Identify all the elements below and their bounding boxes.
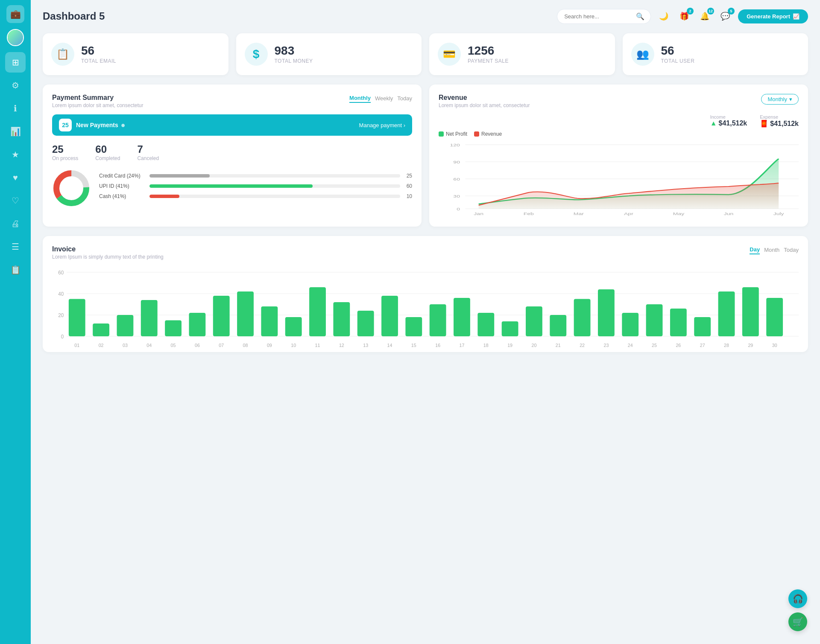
stat-card-money: $ 983 TOTAL MONEY [236, 33, 422, 75]
bar-08[interactable] [237, 291, 254, 336]
bar-25[interactable] [646, 304, 663, 336]
sidebar-item-heart2[interactable]: ♡ [5, 190, 26, 211]
svg-text:20: 20 [531, 343, 536, 348]
bar-11[interactable] [309, 287, 326, 336]
bar-16[interactable] [430, 304, 446, 336]
invoice-tab-month[interactable]: Month [764, 245, 779, 254]
sidebar-item-info[interactable]: ℹ [5, 98, 26, 119]
bar-05[interactable] [165, 321, 182, 337]
stat-info-email: 56 TOTAL EMAIL [81, 44, 116, 64]
bar-27[interactable] [694, 317, 711, 336]
dashboard-icon: ⊞ [12, 57, 19, 67]
print-icon: 🖨 [11, 219, 20, 229]
bar-03[interactable] [117, 315, 133, 336]
tab-today[interactable]: Today [397, 94, 412, 103]
bar-07[interactable] [213, 296, 230, 336]
bar-09[interactable] [261, 306, 278, 336]
bar-28[interactable] [718, 291, 735, 336]
bar-30[interactable] [766, 298, 783, 336]
payment-summary-panel: Payment Summary Lorem ipsum dolor sit am… [43, 85, 422, 227]
generate-report-button[interactable]: Generate Report 📈 [738, 9, 808, 23]
generate-report-label: Generate Report [747, 13, 790, 20]
sidebar-logo[interactable]: 💼 [6, 5, 24, 23]
search-bar[interactable]: 🔍 [557, 9, 651, 24]
upi-val: 60 [404, 183, 412, 189]
cash-bar [149, 195, 179, 198]
chevron-down-icon: ▾ [789, 96, 792, 102]
payment-summary-title: Payment Summary [52, 94, 143, 102]
sidebar-item-menu[interactable]: ☰ [5, 236, 26, 257]
expense-label: Expense [760, 114, 799, 119]
progress-item-creditcard: Credit Card (24%) 25 [99, 173, 412, 179]
bar-20[interactable] [526, 306, 542, 336]
svg-text:19: 19 [507, 343, 512, 348]
bell-button[interactable]: 🔔 12 [697, 9, 712, 24]
revenue-monthly-dropdown[interactable]: Monthly ▾ [761, 94, 799, 105]
star-icon: ★ [12, 149, 19, 160]
sidebar-avatar[interactable] [7, 29, 24, 46]
svg-text:0: 0 [61, 334, 64, 340]
bar-06[interactable] [189, 313, 205, 336]
income-value: $41,512k [719, 119, 747, 127]
fab-support[interactable]: 🎧 [788, 589, 807, 608]
invoice-tab-today[interactable]: Today [784, 245, 799, 254]
bar-21[interactable] [550, 315, 566, 336]
sidebar-item-heart1[interactable]: ♥ [5, 167, 26, 188]
fab-cart[interactable]: 🛒 [788, 612, 807, 631]
bar-22[interactable] [574, 299, 591, 337]
sidebar-item-print[interactable]: 🖨 [5, 213, 26, 234]
income-label: Income [710, 114, 747, 119]
svg-text:12: 12 [339, 343, 344, 348]
tab-weekly[interactable]: Weekly [375, 94, 393, 103]
svg-text:Jan: Jan [474, 212, 483, 216]
bar-19[interactable] [502, 321, 518, 336]
chat-button[interactable]: 💬 5 [718, 9, 733, 24]
search-input[interactable] [564, 13, 636, 20]
revenue-panel: Revenue Lorem ipsum dolor sit amet, cons… [429, 85, 808, 227]
bar-13[interactable] [357, 311, 374, 336]
bar-01[interactable] [69, 299, 85, 337]
tab-monthly[interactable]: Monthly [349, 94, 371, 103]
sidebar-item-settings[interactable]: ⚙ [5, 75, 26, 96]
payment-summary-title-group: Payment Summary Lorem ipsum dolor sit am… [52, 94, 143, 108]
sidebar-item-chart[interactable]: 📊 [5, 121, 26, 142]
legend-revenue: Revenue [474, 131, 502, 137]
bar-15[interactable] [405, 317, 422, 336]
bar-12[interactable] [333, 302, 350, 336]
dark-mode-toggle[interactable]: 🌙 [656, 9, 671, 24]
bar-02[interactable] [93, 323, 109, 336]
bar-18[interactable] [477, 313, 494, 336]
bar-04[interactable] [141, 300, 158, 336]
stat-completed: 60 Completed [95, 143, 120, 161]
gift-button[interactable]: 🎁 2 [676, 9, 692, 24]
revenue-legend: Net Profit Revenue [439, 131, 799, 137]
revenue-dot [474, 131, 479, 137]
svg-text:11: 11 [315, 343, 320, 348]
on-process-num: 25 [52, 143, 78, 155]
invoice-chart: 60 40 20 0 [52, 266, 799, 343]
invoice-tab-day[interactable]: Day [750, 245, 760, 254]
invoice-header: Invoice Lorem Ipsum is simply dummy text… [52, 245, 799, 260]
sidebar: 💼 ⊞ ⚙ ℹ 📊 ★ ♥ ♡ 🖨 ☰ 📋 [0, 0, 31, 644]
upi-bar [149, 184, 313, 188]
svg-text:07: 07 [219, 343, 224, 348]
sidebar-item-star[interactable]: ★ [5, 144, 26, 165]
sidebar-item-dashboard[interactable]: ⊞ [5, 52, 26, 73]
income-arrow-icon: ▲ [710, 119, 717, 127]
svg-text:Feb: Feb [524, 212, 534, 216]
svg-text:Apr: Apr [624, 212, 633, 216]
sidebar-item-list[interactable]: 📋 [5, 259, 26, 280]
bar-10[interactable] [285, 317, 302, 336]
bar-17[interactable] [454, 298, 470, 336]
bar-23[interactable] [598, 289, 615, 336]
invoice-title: Invoice [52, 245, 164, 253]
bar-26[interactable] [670, 309, 687, 336]
manage-payment-link[interactable]: Manage payment › [359, 122, 405, 128]
stat-card-payment: 💳 1256 PAYMENT SALE [429, 33, 615, 75]
bar-29[interactable] [742, 287, 759, 336]
stat-card-user: 👥 56 TOTAL USER [623, 33, 808, 75]
progress-item-upi: UPI ID (41%) 60 [99, 183, 412, 189]
bar-24[interactable] [622, 313, 638, 336]
list-icon: 📋 [10, 265, 21, 275]
bar-14[interactable] [381, 296, 398, 336]
